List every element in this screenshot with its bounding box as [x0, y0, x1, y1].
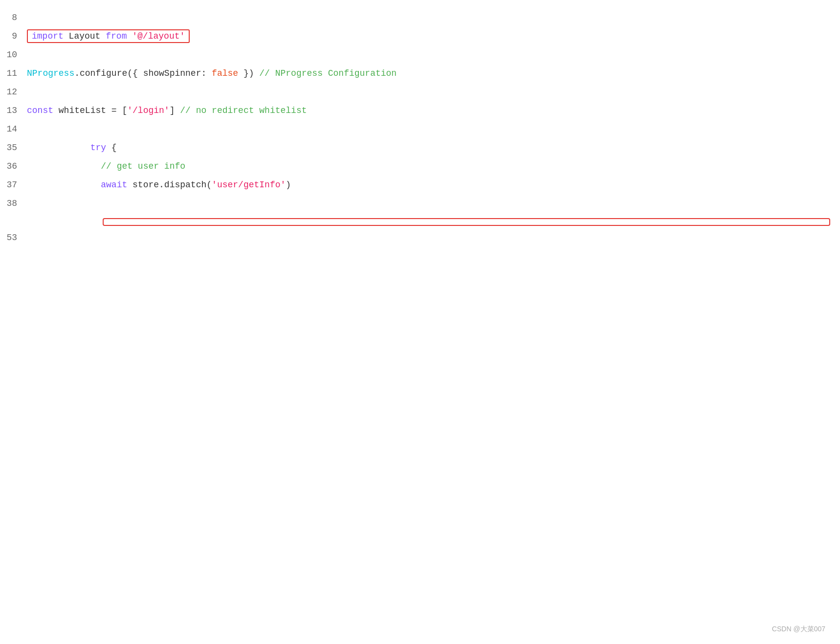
code-line: 35 try { — [0, 140, 840, 158]
code-line: 9import Layout from '@/layout' — [0, 28, 840, 47]
line-number: 14 — [0, 122, 27, 136]
line-number: 12 — [0, 85, 27, 99]
code-line: 8 — [0, 10, 840, 28]
highlighted-block — [0, 218, 840, 226]
code-line: 53 — [0, 230, 840, 248]
line-number: 9 — [0, 29, 27, 44]
line-number: 53 — [0, 231, 27, 245]
code-line: 36 // get user info — [0, 158, 840, 177]
line-content: await store.dispatch('user/getInfo') — [27, 178, 840, 192]
line-number: 13 — [0, 104, 27, 118]
line-content: NProgress.configure({ showSpinner: false… — [27, 67, 840, 81]
line-number: 35 — [0, 141, 27, 155]
line-content: // get user info — [27, 159, 840, 174]
code-line: 12 — [0, 84, 840, 103]
code-line: 11NProgress.configure({ showSpinner: fal… — [0, 66, 840, 84]
line-content: const whiteList = ['/login'] // no redir… — [27, 104, 840, 118]
line-content: try { — [27, 141, 840, 155]
line-number: 11 — [0, 67, 27, 81]
line-number: 36 — [0, 159, 27, 174]
line-number: 37 — [0, 178, 27, 192]
code-line: 14 — [0, 121, 840, 140]
code-line: 10 — [0, 47, 840, 66]
line-number: 38 — [0, 197, 27, 211]
line-number: 10 — [0, 48, 27, 62]
line-number: 8 — [0, 11, 27, 25]
code-line: 38 — [0, 196, 840, 214]
code-line: 37 await store.dispatch('user/getInfo') — [0, 177, 840, 196]
code-editor: 89import Layout from '@/layout'1011NProg… — [0, 5, 840, 253]
import-highlight-box: import Layout from '@/layout' — [27, 29, 190, 43]
code-line: 13const whiteList = ['/login'] // no red… — [0, 103, 840, 121]
line-content: import Layout from '@/layout' — [27, 29, 840, 44]
watermark: CSDN @大菜007 — [772, 623, 825, 634]
